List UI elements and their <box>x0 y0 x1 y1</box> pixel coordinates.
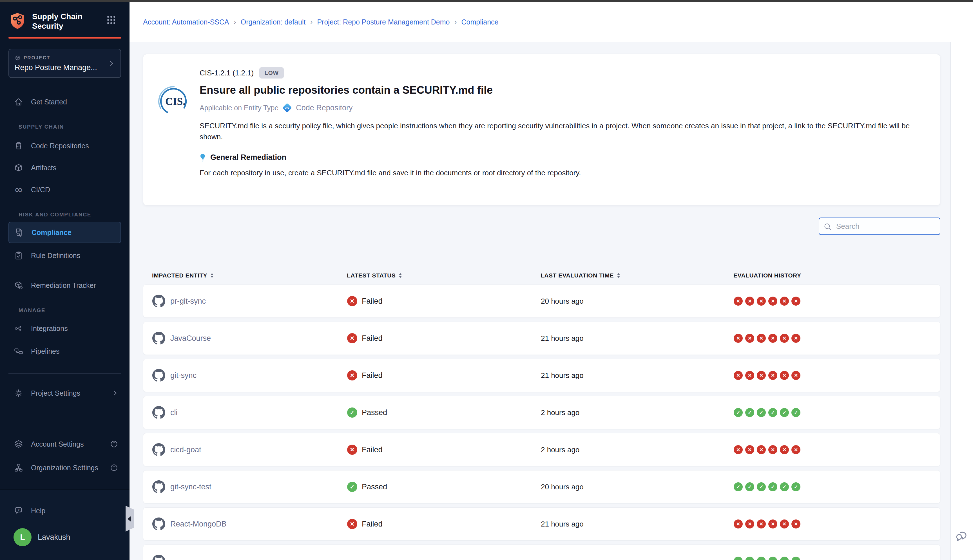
search-input[interactable] <box>819 218 940 234</box>
breadcrumb-account[interactable]: Account: Automation-SSCA <box>143 18 229 26</box>
history-pass-icon <box>791 408 800 417</box>
latest-status-cell: Passed <box>347 407 541 418</box>
repo-name-link[interactable]: pr-git-sync <box>170 297 206 306</box>
column-label: LATEST STATUS <box>347 272 396 279</box>
sidebar-divider <box>8 416 121 416</box>
project-selector[interactable]: PROJECT Repo Posture Manage... <box>8 49 121 78</box>
info-icon[interactable] <box>110 440 118 448</box>
history-fail-icon <box>791 371 800 380</box>
column-header-latest-status[interactable]: LATEST STATUS <box>347 272 541 279</box>
right-gutter <box>950 42 973 560</box>
repo-name-link[interactable]: git-sync <box>170 371 197 380</box>
impacted-entity-cell: cicd-goat <box>152 443 347 456</box>
breadcrumb-project[interactable]: Project: Repo Posture Management Demo <box>317 18 450 26</box>
history-pass-icon <box>757 557 766 560</box>
sidebar-item-code-repositories[interactable]: </> Code Repositories <box>8 138 121 153</box>
history-fail-icon <box>757 297 766 306</box>
sidebar-item-compliance[interactable]: Compliance <box>8 222 121 243</box>
support-chat-icon[interactable] <box>955 528 970 543</box>
history-pass-icon <box>734 482 743 491</box>
repo-name-link[interactable]: JavaCourse <box>170 334 211 343</box>
history-fail-icon <box>745 445 754 454</box>
project-name: Repo Posture Manage... <box>15 63 108 72</box>
sidebar-divider <box>8 373 121 374</box>
table-row[interactable]: pr-git-syncFailed20 hours ago <box>143 285 940 318</box>
search-box <box>819 218 940 235</box>
history-fail-icon <box>768 371 777 380</box>
last-evaluation-time: 21 hours ago <box>541 371 734 380</box>
table-row[interactable]: git-syncFailed21 hours ago <box>143 359 940 392</box>
sidebar-item-rule-definitions[interactable]: Rule Definitions <box>8 248 121 263</box>
history-fail-icon <box>745 371 754 380</box>
rule-description: SECURITY.md file is a security policy fi… <box>200 120 920 142</box>
evaluation-history <box>734 445 940 454</box>
user-profile[interactable]: L Lavakush <box>8 528 121 546</box>
latest-status-cell: Passed <box>347 482 541 492</box>
breadcrumb-separator: › <box>454 18 457 27</box>
repo-name-link[interactable]: cicd-goat <box>170 445 201 454</box>
sidebar-item-artifacts[interactable]: Artifacts <box>8 160 121 176</box>
sidebar: Supply Chain Security <box>0 2 130 560</box>
history-fail-icon <box>768 297 777 306</box>
latest-status-cell: Failed <box>347 519 541 529</box>
history-fail-icon <box>791 520 800 528</box>
sidebar-item-pipelines[interactable]: Pipelines <box>8 343 121 359</box>
history-fail-icon <box>768 520 777 528</box>
remediation-cube-wrench-icon <box>13 280 23 290</box>
breadcrumb-bar: Account: Automation-SSCA › Organization:… <box>130 2 973 42</box>
status-fail-icon <box>347 333 357 343</box>
chevron-right-icon <box>112 390 118 397</box>
repo-name-link[interactable]: cli <box>170 408 178 417</box>
sidebar-item-cicd[interactable]: ∞ CI/CD <box>8 182 121 198</box>
accent-divider <box>8 37 121 38</box>
evaluation-history <box>734 557 940 560</box>
history-fail-icon <box>791 334 800 343</box>
column-header-last-evaluation-time[interactable]: LAST EVALUATION TIME <box>541 272 733 279</box>
history-fail-icon <box>780 297 789 306</box>
table-row[interactable]: JavaCourseFailed21 hours ago <box>143 322 940 355</box>
breadcrumb-organization[interactable]: Organization: default <box>241 18 306 26</box>
breadcrumb-compliance[interactable]: Compliance <box>461 18 499 26</box>
info-icon[interactable] <box>110 463 118 472</box>
history-pass-icon <box>768 557 777 560</box>
sidebar-item-help[interactable]: ? Help <box>8 503 121 518</box>
module-grid-icon[interactable] <box>107 15 116 25</box>
table-row[interactable]: cliPassed2 hours ago <box>143 396 940 429</box>
layers-gear-icon <box>13 439 23 449</box>
sidebar-item-integrations[interactable]: Integrations <box>8 320 121 336</box>
repo-name-link[interactable]: git-sync-test <box>170 483 212 491</box>
history-pass-icon <box>780 482 789 491</box>
sort-icon <box>210 272 214 278</box>
sidebar-item-remediation-tracker[interactable]: Remediation Tracker <box>8 277 121 293</box>
sidebar-item-label: Help <box>31 507 45 515</box>
history-pass-icon <box>780 557 789 560</box>
history-fail-icon <box>734 520 743 528</box>
column-header-evaluation-history: EVALUATION HISTORY <box>733 272 940 279</box>
help-chat-icon: ? <box>13 506 23 516</box>
latest-status-cell: Failed <box>347 333 541 343</box>
column-header-impacted-entity[interactable]: IMPACTED ENTITY <box>152 272 347 279</box>
table-row[interactable]: React-MongoDBFailed21 hours ago <box>143 507 940 541</box>
history-fail-icon <box>757 520 766 528</box>
sidebar-item-organization-settings[interactable]: Organization Settings <box>8 460 121 476</box>
sidebar-item-get-started[interactable]: Get Started <box>8 94 121 110</box>
sidebar-item-label: Artifacts <box>31 164 56 172</box>
status-label: Failed <box>362 371 382 380</box>
sidebar-item-label: Compliance <box>32 228 72 237</box>
history-pass-icon <box>734 408 743 417</box>
history-pass-icon <box>768 482 777 491</box>
sidebar-item-label: Code Repositories <box>31 142 89 150</box>
history-fail-icon <box>745 297 754 306</box>
repo-name-link[interactable]: React-MongoDB <box>170 520 227 528</box>
sidebar-item-account-settings[interactable]: Account Settings <box>8 436 121 452</box>
history-pass-icon <box>780 408 789 417</box>
artifacts-cube-icon <box>13 163 23 173</box>
project-label: PROJECT <box>23 55 50 61</box>
svg-text:?: ? <box>18 508 20 512</box>
table-row[interactable] <box>143 545 940 560</box>
sidebar-item-project-settings[interactable]: Project Settings <box>8 385 121 401</box>
table-row[interactable]: git-sync-testPassed20 hours ago <box>143 470 940 503</box>
history-fail-icon <box>791 297 800 306</box>
last-evaluation-time: 2 hours ago <box>541 408 734 417</box>
table-row[interactable]: cicd-goatFailed2 hours ago <box>143 433 940 466</box>
